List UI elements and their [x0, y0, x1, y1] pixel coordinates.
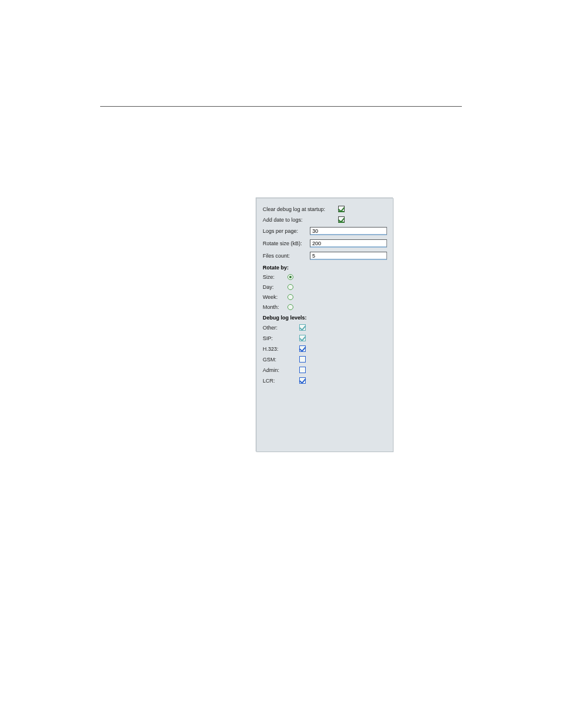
- add-date-row: Add date to logs:: [263, 216, 387, 223]
- debug-h323-label: H.323:: [263, 346, 299, 352]
- files-count-input[interactable]: [310, 252, 387, 260]
- logs-per-page-input[interactable]: [310, 227, 387, 235]
- debug-admin-label: Admin:: [263, 367, 299, 373]
- debug-gsm-row: GSM:: [263, 356, 387, 363]
- clear-debug-row: Clear debug log at startup:: [263, 206, 387, 212]
- debug-lcr-row: LCR:: [263, 377, 387, 384]
- rotate-size-radio[interactable]: [287, 274, 293, 280]
- rotate-week-radio-row: Week:: [263, 294, 387, 300]
- rotate-day-radio-label: Day:: [263, 284, 287, 290]
- debug-levels-header: Debug log levels:: [263, 315, 387, 321]
- rotate-week-radio-label: Week:: [263, 294, 287, 300]
- rotate-week-radio[interactable]: [287, 294, 293, 300]
- debug-other-checkbox[interactable]: [299, 324, 306, 331]
- rotate-day-radio-row: Day:: [263, 284, 387, 290]
- files-count-row: Files count:: [263, 252, 387, 260]
- debug-sip-label: SIP:: [263, 335, 299, 341]
- debug-admin-checkbox[interactable]: [299, 367, 306, 373]
- rotate-day-radio[interactable]: [287, 284, 293, 290]
- debug-h323-row: H.323:: [263, 345, 387, 352]
- rotate-size-radio-label: Size:: [263, 274, 287, 280]
- rotate-by-header: Rotate by:: [263, 265, 387, 271]
- clear-debug-checkbox[interactable]: [338, 206, 345, 212]
- debug-sip-row: SIP:: [263, 335, 387, 341]
- rotate-size-label: Rotate size (kB):: [263, 241, 310, 246]
- debug-other-label: Other:: [263, 325, 299, 331]
- debug-lcr-label: LCR:: [263, 378, 299, 384]
- debug-other-row: Other:: [263, 324, 387, 331]
- debug-lcr-checkbox[interactable]: [299, 377, 306, 384]
- logs-per-page-label: Logs per page:: [263, 228, 310, 234]
- debug-h323-checkbox[interactable]: [299, 345, 306, 352]
- rotate-month-radio[interactable]: [287, 304, 293, 310]
- files-count-label: Files count:: [263, 253, 310, 259]
- debug-gsm-label: GSM:: [263, 357, 299, 363]
- rotate-size-radio-row: Size:: [263, 274, 387, 280]
- add-date-label: Add date to logs:: [263, 217, 338, 223]
- logs-per-page-row: Logs per page:: [263, 227, 387, 235]
- rotate-month-radio-label: Month:: [263, 304, 287, 310]
- debug-gsm-checkbox[interactable]: [299, 356, 306, 363]
- add-date-checkbox[interactable]: [338, 216, 345, 223]
- log-settings-panel: Clear debug log at startup: Add date to …: [256, 198, 394, 452]
- header-divider: [100, 106, 462, 107]
- rotate-size-input[interactable]: [310, 239, 387, 248]
- clear-debug-label: Clear debug log at startup:: [263, 206, 338, 212]
- debug-admin-row: Admin:: [263, 367, 387, 373]
- rotate-size-row: Rotate size (kB):: [263, 239, 387, 248]
- rotate-month-radio-row: Month:: [263, 304, 387, 310]
- debug-sip-checkbox[interactable]: [299, 335, 306, 341]
